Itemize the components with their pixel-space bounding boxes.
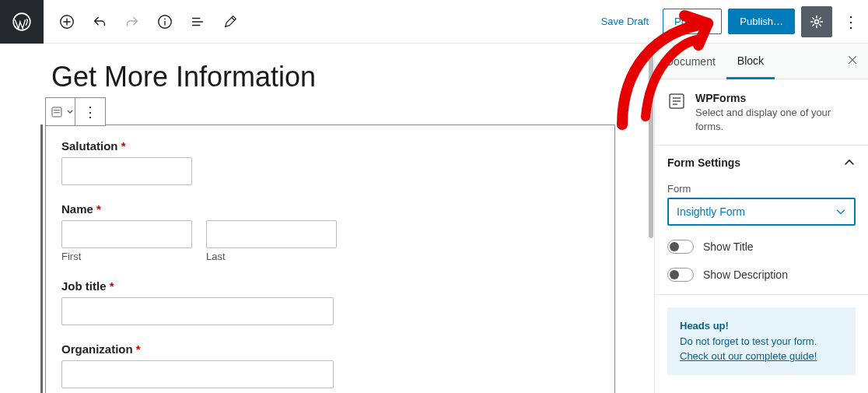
heads-up-body: Do not forget to test your form. [680,334,843,349]
svg-point-3 [164,18,166,19]
chevron-down-icon [835,206,846,217]
more-menu-button[interactable]: ⋮ [838,6,863,37]
wpforms-block[interactable]: ⋮ Salutation * Name * First [45,125,615,393]
block-info-desc: Select and display one of your forms. [695,106,856,134]
last-name-input[interactable] [206,220,337,248]
page-title[interactable]: Get More Information [51,61,615,93]
block-type-button[interactable] [46,98,75,125]
form-icon [47,105,66,119]
undo-button[interactable] [86,8,114,36]
block-toolbar: ⋮ [45,97,106,126]
vertical-dots-icon: ⋮ [83,104,97,121]
chevron-down-icon [66,108,74,116]
show-title-label: Show Title [703,240,754,253]
wpforms-icon [667,92,686,111]
block-options-button[interactable]: ⋮ [75,98,105,125]
toolbar-right-group: Save Draft Preview Publish… ⋮ [593,6,868,37]
show-description-row: Show Description [667,268,856,282]
settings-sidebar: Document Block WPForms Select and displa… [654,44,868,393]
heads-up-link[interactable]: Check out our complete guide! [680,350,817,362]
block-info: WPForms Select and display one of your f… [655,79,868,146]
gear-icon [809,14,824,30]
field-organization: Organization * [61,342,599,388]
svg-rect-5 [52,107,61,117]
sidebar-scrollbar[interactable] [649,44,653,238]
show-title-row: Show Title [667,240,856,254]
first-name-sublabel: First [61,251,192,262]
organization-input[interactable] [61,360,334,388]
sidebar-tabs: Document Block [655,44,868,79]
toolbar-left-group [44,8,244,36]
editor-top-toolbar: Save Draft Preview Publish… ⋮ [0,0,868,44]
editor-canvas: Get More Information ⋮ Salutation * [0,44,654,393]
field-salutation: Salutation * [61,139,599,185]
salutation-label: Salutation * [61,139,599,153]
edit-pencil-button[interactable] [216,8,244,36]
outline-button[interactable] [184,8,212,36]
form-select-label: Form [667,183,856,195]
required-marker: * [110,279,114,293]
job-title-label: Job title * [61,279,599,293]
preview-button[interactable]: Preview [663,9,722,34]
field-job-title: Job title * [61,279,599,325]
editor-layout: Get More Information ⋮ Salutation * [0,44,868,393]
add-block-button[interactable] [53,8,81,36]
panel-body: Form Insightly Form Show Title Show Desc… [655,180,868,294]
vertical-dots-icon: ⋮ [843,12,859,31]
salutation-input[interactable] [61,157,192,185]
form-dropdown-value: Insightly Form [677,205,745,218]
chevron-up-icon [843,156,856,169]
last-name-sublabel: Last [206,251,337,262]
publish-button[interactable]: Publish… [728,9,795,34]
tab-block[interactable]: Block [726,44,775,79]
required-marker: * [136,342,141,356]
required-marker: * [96,202,101,216]
show-description-toggle[interactable] [667,268,694,282]
wpforms-block-wrapper: ⋮ Salutation * Name * First [44,125,623,393]
info-button[interactable] [151,8,179,36]
block-info-title: WPForms [695,92,856,104]
panel-title-label: Form Settings [667,156,740,169]
organization-label: Organization * [61,342,599,356]
form-settings-panel-toggle[interactable]: Form Settings [655,146,868,180]
wp-logo[interactable] [0,0,44,44]
form-preview: Salutation * Name * First Las [46,125,614,393]
settings-gear-button[interactable] [801,6,832,37]
form-dropdown[interactable]: Insightly Form [667,198,856,226]
show-title-toggle[interactable] [667,240,694,254]
form-settings-panel: Form Settings Form Insightly Form Show T… [655,146,868,295]
close-sidebar-button[interactable] [837,53,868,69]
field-name: Name * First Last [61,202,599,262]
tab-document[interactable]: Document [655,44,726,79]
heads-up-title: Heads up! [680,318,843,334]
name-label: Name * [61,202,599,216]
first-name-input[interactable] [61,220,192,248]
close-icon [847,54,858,65]
block-selection-bar [40,125,43,393]
show-description-label: Show Description [703,268,788,281]
redo-button[interactable] [118,8,146,36]
heads-up-notice: Heads up! Do not forget to test your for… [667,307,856,375]
svg-point-4 [815,19,819,23]
job-title-input[interactable] [61,297,334,325]
save-draft-button[interactable]: Save Draft [593,9,656,33]
required-marker: * [121,139,126,153]
